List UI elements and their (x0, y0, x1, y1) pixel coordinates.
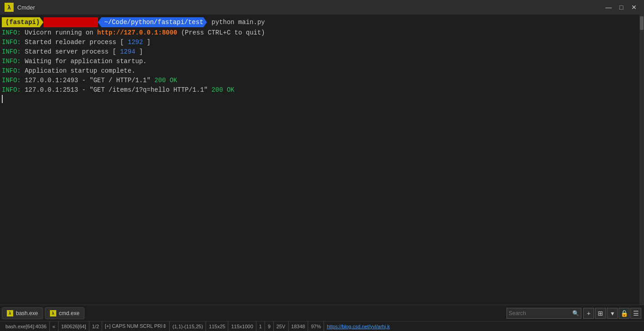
info-label-1: INFO: (2, 29, 21, 36)
status-col: 1 (256, 321, 265, 331)
tab-bash[interactable]: λ bash.exe (2, 307, 43, 319)
info-label-7: INFO: (2, 86, 21, 94)
app-logo: λ (5, 3, 14, 12)
tab-bar: λ bash.exe λ cmd.exe 🔍 + ⊞ ▾ 🔒 ☰ (0, 305, 644, 321)
status-size1: 115x25 (206, 321, 228, 331)
log-line-1: INFO: Uvicorn running on http://127.0.0.… (2, 28, 638, 38)
lock-button[interactable]: 🔒 (619, 308, 629, 319)
log-line-3: INFO: Started server process [ 1294 ] (2, 47, 638, 57)
window-controls: — □ ✕ (603, 3, 639, 12)
prompt-path: ~/Code/python/fastapi/test (98, 17, 207, 27)
prompt-line: (fastapi) ~/Code/python/fastapi/test pyt… (2, 17, 638, 27)
status-url-link[interactable]: https://blog.csd.net/yvl/arhj.k (327, 324, 390, 329)
status-rev: 180626[64] (59, 321, 89, 331)
info-text-2: Started reloader process [ (25, 39, 123, 46)
maximize-button[interactable]: □ (616, 3, 627, 12)
log-line-2: INFO: Started reloader process [ 1292 ] (2, 38, 638, 47)
info-pid-2: 1292 (128, 39, 143, 46)
menu-button[interactable]: ☰ (630, 308, 641, 319)
terminal-area: (fastapi) ~/Code/python/fastapi/test pyt… (0, 15, 644, 305)
status-url[interactable]: https://blog.csd.net/yvl/arhj.k (324, 321, 393, 331)
info-label-6: INFO: (2, 77, 21, 84)
terminal-cursor (2, 95, 3, 103)
search-input[interactable] (509, 310, 572, 316)
status-rev2: 18348 (289, 321, 309, 331)
log-line-4: INFO: Waiting for application startup. (2, 57, 638, 66)
info-text-7: 127.0.0.1:2513 - "GET /items/1?q=hello H… (25, 86, 211, 94)
info-label-3: INFO: (2, 48, 21, 55)
info-label-4: INFO: (2, 58, 21, 65)
scrollbar-thumb[interactable] (640, 16, 644, 30)
tab-bash-label: bash.exe (16, 310, 38, 316)
log-line-5: INFO: Application startup complete. (2, 66, 638, 76)
status-keys: [+] CAPS NUM SCRL PRI⇕ (102, 321, 170, 331)
terminal-content[interactable]: (fastapi) ~/Code/python/fastapi/test pyt… (0, 15, 639, 305)
tab-cmd-logo: λ (50, 310, 56, 316)
info-text-3: Started server process [ (25, 48, 116, 55)
status-sv: 25V (274, 321, 289, 331)
layout-button[interactable]: ⊞ (595, 308, 606, 319)
dropdown-button[interactable]: ▾ (607, 308, 618, 319)
status-bash-session: bash.exe[64]:4036 (3, 321, 50, 331)
info-status-7: 200 OK (211, 86, 234, 94)
info-text-3b: ] (139, 48, 143, 55)
prompt-redacted (44, 17, 98, 27)
prompt-command: python main.py (211, 18, 265, 27)
info-pid-3: 1294 (120, 48, 135, 55)
status-fraction: 1/2 (89, 321, 102, 331)
status-num: 9 (265, 321, 274, 331)
minimize-button[interactable]: — (603, 3, 614, 12)
tab-bash-logo: λ (7, 310, 13, 316)
scrollbar[interactable] (639, 15, 644, 305)
tab-cmd[interactable]: λ cmd.exe (45, 307, 84, 319)
window-title: Cmder (17, 4, 603, 11)
info-url-1: http://127.0.0.1:8000 (97, 29, 177, 36)
info-label-5: INFO: (2, 67, 21, 74)
log-line-6: INFO: 127.0.0.1:2493 - "GET / HTTP/1.1" … (2, 76, 638, 85)
add-tab-button[interactable]: + (583, 308, 594, 319)
info-text-1b: (Press CTRL+C to quit) (181, 29, 265, 36)
status-separator: « (50, 321, 59, 331)
status-cursor: (1,1)-(115,25) (170, 321, 206, 331)
log-line-7: INFO: 127.0.0.1:2513 - "GET /items/1?q=h… (2, 85, 638, 95)
prompt-env: (fastapi) (2, 17, 44, 27)
info-text-5: Application startup complete. (25, 67, 135, 74)
tab-cmd-label: cmd.exe (59, 310, 79, 316)
status-bar: bash.exe[64]:4036 « 180626[64] 1/2 [+] C… (0, 321, 644, 331)
info-text-6: 127.0.0.1:2493 - "GET / HTTP/1.1" (25, 77, 154, 84)
info-text-2b: ] (147, 39, 150, 46)
info-text-1: Uvicorn running on (25, 29, 97, 36)
info-status-6: 200 OK (154, 77, 177, 84)
status-size2: 115x1000 (228, 321, 256, 331)
info-text-4: Waiting for application startup. (25, 58, 147, 65)
status-zoom: 97% (308, 321, 324, 331)
cursor-line (2, 95, 638, 103)
info-label-2: INFO: (2, 39, 21, 46)
search-box: 🔍 (506, 308, 581, 319)
title-bar: λ Cmder — □ ✕ (0, 0, 644, 15)
close-button[interactable]: ✕ (629, 3, 639, 12)
search-button[interactable]: 🔍 (572, 310, 579, 316)
